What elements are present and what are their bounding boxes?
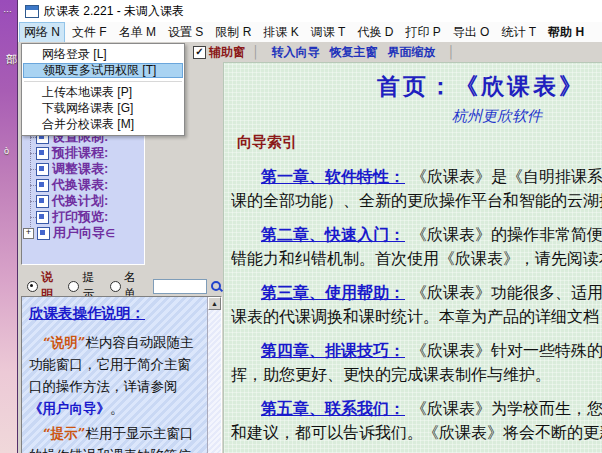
chapter-5-link[interactable]: 第五章、联系我们： [261, 399, 405, 418]
radio-icon [68, 281, 79, 292]
dropdown-separator [24, 81, 182, 82]
help-paragraph-1: “说明”栏内容自动跟随主功能窗口，它用于简介主窗口的操作方法，详请参阅《用户向导… [29, 331, 204, 419]
wizard-index-title: 向导索引 [237, 133, 297, 152]
menu-export[interactable]: 导出 O [448, 22, 495, 43]
menu-restrict[interactable]: 限制 R [210, 22, 256, 43]
chapter-3: 第三章、使用帮助：《欣课表》功能很多、适用学校的各种 课表的代课调换和课时统计。… [231, 281, 602, 339]
menu-file[interactable]: 文件 F [67, 22, 112, 43]
chapter-2-link[interactable]: 第二章、快速入门： [261, 225, 405, 244]
radio-selected-icon [27, 281, 38, 292]
chapter-2: 第二章、快速入门：《欣课表》的操作非常简便，它具有容 错能力和纠错机制。首次使用… [231, 223, 602, 281]
dropdown-item-login[interactable]: 网络登录 [L] [23, 47, 183, 62]
strip-fragment: … [3, 4, 12, 14]
tree-node-icon [37, 227, 50, 240]
app-window: 欣课表 2.221 - 未调入课表 网络 N 文件 F 名单 M 设置 S 限制… [17, 0, 602, 453]
chapter-5-line2: 和建议，都可以告诉我们。《欣课表》将会不断的更新， [231, 421, 602, 445]
menu-print[interactable]: 打印 P [400, 22, 445, 43]
help-scrollbar[interactable]: ▲ [207, 297, 221, 453]
tree-item-user-guide[interactable]: +用户向导∈ [22, 225, 144, 241]
dropdown-item-merge[interactable]: 合并分校课表 [M] [23, 117, 183, 132]
dropdown-item-upload[interactable]: 上传本地课表 [P] [23, 85, 183, 100]
tree-node-icon [36, 211, 49, 224]
panel-tab-row: 说明 提示 名单 [21, 276, 223, 296]
menu-help[interactable]: 帮助 H [543, 22, 589, 43]
strip-fragment: ò [4, 146, 9, 156]
menu-schedule[interactable]: 排课 K [258, 22, 303, 43]
chapter-3-line2: 课表的代课调换和课时统计。本章为产品的详细文档，内容 [231, 305, 602, 329]
chapter-1: 第一章、软件特性：《欣课表》是《自明排课系统》（涵盖排 课的全部功能）、全新的更… [231, 165, 602, 223]
page-subtitle: 杭州更欣软件 [452, 107, 542, 126]
chapter-4-line2: 挥，助您更好、更快的完成课表制作与维护。 [231, 363, 602, 387]
tree-node-icon [36, 163, 49, 176]
chapter-1-line2: 课的全部功能）、全新的更欣操作平台和智能的云湖排课 [231, 189, 602, 213]
search-input[interactable] [153, 279, 207, 294]
tree-item-substitute-table[interactable]: 代换课表: [22, 177, 144, 193]
tree-node-icon [36, 195, 49, 208]
menu-bar: 网络 N 文件 F 名单 M 设置 S 限制 R 排课 K 调课 T 代换 D … [18, 22, 602, 42]
app-icon [25, 5, 39, 18]
expand-plus-icon[interactable]: + [23, 228, 34, 239]
scroll-up-icon[interactable]: ▲ [208, 297, 221, 310]
menu-stats[interactable]: 统计 T [496, 22, 541, 43]
dropdown-item-trial-rights[interactable]: 领取更多试用权限 [T] [23, 63, 183, 78]
help-text-panel: 欣课表操作说明： “说明”栏内容自动跟随主功能窗口，它用于简介主窗口的操作方法，… [21, 296, 222, 453]
checkbox-checked-icon[interactable]: ✓ [193, 46, 206, 59]
chapter-4: 第四章、排课技巧：《欣课表》针对一些特殊的排课要求发 挥，助您更好、更快的完成课… [231, 339, 602, 397]
ui-zoom-button[interactable]: 界面缩放 [388, 44, 436, 61]
chapter-4-text: 《欣课表》针对一些特殊的排课要求发 [411, 341, 602, 360]
chapter-5: 第五章、联系我们：《欣课表》为学校而生，您在使用中的 和建议，都可以告诉我们。《… [231, 397, 602, 453]
screen: … 部 ò 欣课表 2.221 - 未调入课表 网络 N 文件 F 名单 M 设… [0, 0, 602, 453]
menu-adjust[interactable]: 调课 T [306, 22, 351, 43]
menu-settings[interactable]: 设置 S [163, 22, 208, 43]
menu-roster[interactable]: 名单 M [114, 22, 161, 43]
dropdown-item-download[interactable]: 下载网络课表 [G] [23, 101, 183, 116]
menu-network[interactable]: 网络 N [19, 22, 65, 43]
chapter-1-text: 《欣课表》是《自明排课系统》（涵盖排 [411, 167, 602, 186]
chapter-5-text: 《欣课表》为学校而生，您在使用中的 [411, 399, 602, 418]
network-dropdown-menu: 网络登录 [L] 领取更多试用权限 [T] 上传本地课表 [P] 下载网络课表 … [21, 43, 185, 136]
tree-node-icon [36, 179, 49, 192]
radio-icon [110, 281, 121, 292]
help-paragraph-2: “提示”栏用于显示主窗口的操作错误和课表缺陷等信息。 [29, 422, 204, 453]
window-title: 欣课表 2.221 - 未调入课表 [44, 3, 184, 20]
helper-window-checkbox[interactable]: ✓ 辅助窗 [193, 44, 245, 61]
menu-substitute[interactable]: 代换 D [352, 22, 398, 43]
tree-item-print-preview[interactable]: 打印预览: [22, 209, 144, 225]
tree-item-adjust[interactable]: 调整课表: [22, 161, 144, 177]
title-bar: 欣课表 2.221 - 未调入课表 [18, 0, 602, 22]
tree-item-preschedule[interactable]: 预排课程: [22, 145, 144, 161]
search-icon[interactable] [210, 280, 223, 293]
background-window-strip: … 部 ò [0, 0, 17, 453]
helper-window-label: 辅助窗 [209, 44, 245, 61]
user-guide-link[interactable]: 《用户向导》 [29, 400, 110, 416]
chapter-list: 第一章、软件特性：《欣课表》是《自明排课系统》（涵盖排 课的全部功能）、全新的更… [231, 165, 602, 453]
chapter-3-link[interactable]: 第三章、使用帮助： [261, 283, 405, 302]
chapter-4-link[interactable]: 第四章、排课技巧： [261, 341, 405, 360]
page-title: 首页：《欣课表》 [377, 71, 585, 102]
toolbar-separator: │ [252, 45, 260, 59]
chapter-1-link[interactable]: 第一章、软件特性： [261, 167, 405, 186]
help-text: 欣课表操作说明： “说明”栏内容自动跟随主功能窗口，它用于简介主窗口的操作方法，… [22, 297, 208, 453]
tree-item-substitute-plan[interactable]: 代换计划: [22, 193, 144, 209]
main-content: 首页：《欣课表》 杭州更欣软件 向导索引 第一章、软件特性：《欣课表》是《自明排… [223, 62, 602, 453]
help-title[interactable]: 欣课表操作说明： [29, 302, 204, 324]
chapter-3-text: 《欣课表》功能很多、适用学校的各种 [411, 283, 602, 302]
toolbar-separator: │ [448, 45, 456, 59]
chapter-2-text: 《欣课表》的操作非常简便，它具有容 [411, 225, 602, 244]
goto-wizard-button[interactable]: 转入向导 [272, 44, 320, 61]
tree-node-icon [36, 147, 49, 160]
restore-main-button[interactable]: 恢复主窗 [330, 44, 378, 61]
strip-fragment: 部 [6, 52, 17, 67]
chapter-2-line2: 错能力和纠错机制。首次使用《欣课表》，请先阅读本章。 [231, 247, 602, 271]
